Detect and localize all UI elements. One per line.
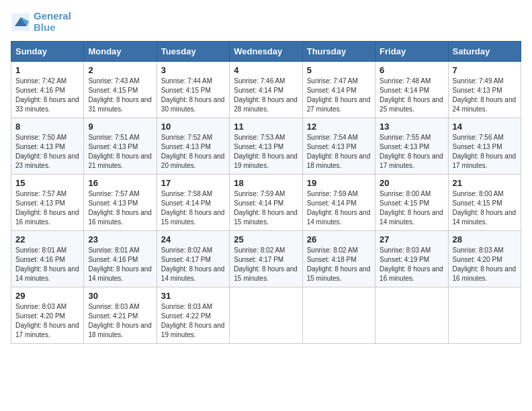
calendar-body: 1 Sunrise: 7:42 AM Sunset: 4:16 PM Dayli… (11, 62, 521, 344)
calendar-cell: 14 Sunrise: 7:56 AM Sunset: 4:13 PM Dayl… (448, 118, 521, 175)
day-info: Sunrise: 8:03 AM Sunset: 4:19 PM Dayligh… (380, 246, 443, 283)
day-info: Sunrise: 7:44 AM Sunset: 4:15 PM Dayligh… (161, 77, 225, 114)
day-info: Sunrise: 7:49 AM Sunset: 4:13 PM Dayligh… (453, 77, 517, 114)
day-number: 3 (161, 65, 225, 75)
calendar-cell: 21 Sunrise: 8:00 AM Sunset: 4:15 PM Dayl… (448, 175, 521, 231)
day-info: Sunrise: 8:03 AM Sunset: 4:20 PM Dayligh… (15, 302, 79, 340)
calendar-cell: 7 Sunrise: 7:49 AM Sunset: 4:13 PM Dayli… (448, 62, 521, 118)
day-number: 31 (161, 291, 225, 301)
day-info: Sunrise: 7:57 AM Sunset: 4:13 PM Dayligh… (88, 189, 152, 227)
day-number: 1 (15, 65, 79, 75)
day-info: Sunrise: 7:55 AM Sunset: 4:13 PM Dayligh… (380, 133, 443, 171)
calendar-cell: 9 Sunrise: 7:51 AM Sunset: 4:13 PM Dayli… (84, 118, 157, 175)
day-info: Sunrise: 8:02 AM Sunset: 4:18 PM Dayligh… (307, 246, 371, 283)
day-info: Sunrise: 8:00 AM Sunset: 4:15 PM Dayligh… (380, 189, 443, 227)
calendar-cell: 10 Sunrise: 7:52 AM Sunset: 4:13 PM Dayl… (157, 118, 229, 175)
calendar-cell: 30 Sunrise: 8:03 AM Sunset: 4:21 PM Dayl… (84, 287, 157, 344)
day-info: Sunrise: 8:02 AM Sunset: 4:17 PM Dayligh… (234, 246, 298, 283)
logo: General Blue (11, 11, 71, 33)
calendar-cell: 13 Sunrise: 7:55 AM Sunset: 4:13 PM Dayl… (375, 118, 448, 175)
day-number: 12 (307, 122, 371, 132)
calendar-cell: 5 Sunrise: 7:47 AM Sunset: 4:14 PM Dayli… (302, 62, 375, 118)
calendar-week-2: 8 Sunrise: 7:50 AM Sunset: 4:13 PM Dayli… (11, 118, 521, 175)
day-number: 15 (15, 178, 79, 188)
day-number: 19 (307, 178, 371, 188)
day-number: 2 (88, 65, 152, 75)
calendar-week-1: 1 Sunrise: 7:42 AM Sunset: 4:16 PM Dayli… (11, 62, 521, 118)
calendar-cell: 6 Sunrise: 7:48 AM Sunset: 4:14 PM Dayli… (375, 62, 448, 118)
day-number: 14 (453, 122, 517, 132)
day-info: Sunrise: 7:51 AM Sunset: 4:13 PM Dayligh… (88, 133, 152, 171)
day-number: 28 (453, 234, 517, 244)
day-number: 29 (15, 291, 79, 301)
day-info: Sunrise: 8:03 AM Sunset: 4:21 PM Dayligh… (88, 302, 152, 340)
calendar-cell: 20 Sunrise: 8:00 AM Sunset: 4:15 PM Dayl… (375, 175, 448, 231)
calendar-cell: 15 Sunrise: 7:57 AM Sunset: 4:13 PM Dayl… (11, 175, 84, 231)
day-number: 24 (161, 234, 225, 244)
calendar-cell: 27 Sunrise: 8:03 AM Sunset: 4:19 PM Dayl… (375, 231, 448, 287)
calendar-cell: 12 Sunrise: 7:54 AM Sunset: 4:13 PM Dayl… (302, 118, 375, 175)
calendar-cell: 24 Sunrise: 8:02 AM Sunset: 4:17 PM Dayl… (157, 231, 229, 287)
day-info: Sunrise: 7:59 AM Sunset: 4:14 PM Dayligh… (234, 189, 298, 227)
calendar-cell (302, 287, 375, 344)
calendar-cell: 19 Sunrise: 7:59 AM Sunset: 4:14 PM Dayl… (302, 175, 375, 231)
day-number: 13 (380, 122, 443, 132)
day-number: 22 (15, 234, 79, 244)
calendar-cell (375, 287, 448, 344)
calendar-cell: 29 Sunrise: 8:03 AM Sunset: 4:20 PM Dayl… (11, 287, 84, 344)
calendar-cell: 17 Sunrise: 7:58 AM Sunset: 4:14 PM Dayl… (157, 175, 229, 231)
day-info: Sunrise: 7:42 AM Sunset: 4:16 PM Dayligh… (15, 77, 79, 114)
weekday-sunday: Sunday (11, 42, 84, 62)
weekday-friday: Friday (375, 42, 448, 62)
day-number: 6 (380, 65, 443, 75)
calendar-cell: 28 Sunrise: 8:03 AM Sunset: 4:20 PM Dayl… (448, 231, 521, 287)
day-info: Sunrise: 7:47 AM Sunset: 4:14 PM Dayligh… (307, 77, 371, 114)
day-info: Sunrise: 7:58 AM Sunset: 4:14 PM Dayligh… (161, 189, 225, 227)
day-info: Sunrise: 8:00 AM Sunset: 4:15 PM Dayligh… (453, 189, 517, 227)
day-info: Sunrise: 8:01 AM Sunset: 4:16 PM Dayligh… (15, 246, 79, 283)
day-info: Sunrise: 7:53 AM Sunset: 4:13 PM Dayligh… (234, 133, 298, 171)
calendar-cell: 11 Sunrise: 7:53 AM Sunset: 4:13 PM Dayl… (230, 118, 302, 175)
day-info: Sunrise: 8:03 AM Sunset: 4:22 PM Dayligh… (161, 302, 225, 340)
calendar-cell: 22 Sunrise: 8:01 AM Sunset: 4:16 PM Dayl… (11, 231, 84, 287)
day-info: Sunrise: 8:02 AM Sunset: 4:17 PM Dayligh… (161, 246, 225, 283)
weekday-monday: Monday (84, 42, 157, 62)
calendar-week-5: 29 Sunrise: 8:03 AM Sunset: 4:20 PM Dayl… (11, 287, 521, 344)
weekday-wednesday: Wednesday (230, 42, 302, 62)
calendar-cell: 18 Sunrise: 7:59 AM Sunset: 4:14 PM Dayl… (230, 175, 302, 231)
day-number: 27 (380, 234, 443, 244)
weekday-saturday: Saturday (448, 42, 521, 62)
calendar-cell: 1 Sunrise: 7:42 AM Sunset: 4:16 PM Dayli… (11, 62, 84, 118)
day-number: 23 (88, 234, 152, 244)
calendar-cell: 26 Sunrise: 8:02 AM Sunset: 4:18 PM Dayl… (302, 231, 375, 287)
calendar-table: SundayMondayTuesdayWednesdayThursdayFrid… (11, 41, 521, 344)
calendar-week-4: 22 Sunrise: 8:01 AM Sunset: 4:16 PM Dayl… (11, 231, 521, 287)
weekday-tuesday: Tuesday (157, 42, 229, 62)
day-info: Sunrise: 7:56 AM Sunset: 4:13 PM Dayligh… (453, 133, 517, 171)
day-info: Sunrise: 7:59 AM Sunset: 4:14 PM Dayligh… (307, 189, 371, 227)
day-number: 20 (380, 178, 443, 188)
calendar-week-3: 15 Sunrise: 7:57 AM Sunset: 4:13 PM Dayl… (11, 175, 521, 231)
day-info: Sunrise: 8:01 AM Sunset: 4:16 PM Dayligh… (88, 246, 152, 283)
day-number: 8 (15, 122, 79, 132)
calendar-cell: 2 Sunrise: 7:43 AM Sunset: 4:15 PM Dayli… (84, 62, 157, 118)
calendar-cell: 3 Sunrise: 7:44 AM Sunset: 4:15 PM Dayli… (157, 62, 229, 118)
calendar-cell: 16 Sunrise: 7:57 AM Sunset: 4:13 PM Dayl… (84, 175, 157, 231)
day-number: 25 (234, 234, 298, 244)
day-number: 16 (88, 178, 152, 188)
calendar-cell (448, 287, 521, 344)
calendar-cell: 4 Sunrise: 7:46 AM Sunset: 4:14 PM Dayli… (230, 62, 302, 118)
day-number: 17 (161, 178, 225, 188)
day-info: Sunrise: 7:43 AM Sunset: 4:15 PM Dayligh… (88, 77, 152, 114)
day-number: 11 (234, 122, 298, 132)
day-number: 10 (161, 122, 225, 132)
day-info: Sunrise: 7:48 AM Sunset: 4:14 PM Dayligh… (380, 77, 443, 114)
calendar-cell (230, 287, 302, 344)
day-number: 4 (234, 65, 298, 75)
weekday-header-row: SundayMondayTuesdayWednesdayThursdayFrid… (11, 42, 521, 62)
day-number: 5 (307, 65, 371, 75)
day-info: Sunrise: 8:03 AM Sunset: 4:20 PM Dayligh… (453, 246, 517, 283)
day-number: 30 (88, 291, 152, 301)
day-number: 18 (234, 178, 298, 188)
day-info: Sunrise: 7:52 AM Sunset: 4:13 PM Dayligh… (161, 133, 225, 171)
